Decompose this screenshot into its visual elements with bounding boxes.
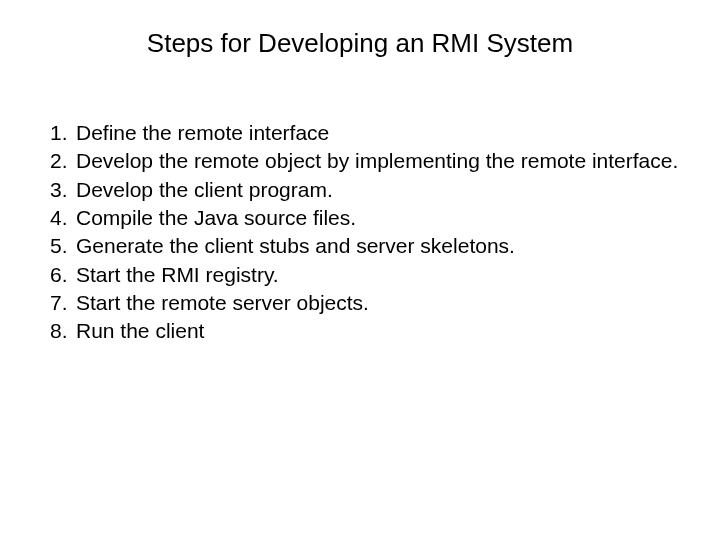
- step-number: 7.: [50, 289, 76, 317]
- step-number: 8.: [50, 317, 76, 345]
- list-item: 4. Compile the Java source files.: [50, 204, 680, 232]
- step-number: 6.: [50, 261, 76, 289]
- step-text: Define the remote interface: [76, 119, 680, 147]
- step-text: Develop the client program.: [76, 176, 680, 204]
- steps-list: 1. Define the remote interface 2. Develo…: [40, 119, 680, 346]
- list-item: 1. Define the remote interface: [50, 119, 680, 147]
- step-number: 5.: [50, 232, 76, 260]
- list-item: 5. Generate the client stubs and server …: [50, 232, 680, 260]
- list-item: 8. Run the client: [50, 317, 680, 345]
- list-item: 3. Develop the client program.: [50, 176, 680, 204]
- step-text: Start the remote server objects.: [76, 289, 680, 317]
- step-text: Run the client: [76, 317, 680, 345]
- step-number: 1.: [50, 119, 76, 147]
- step-text: Start the RMI registry.: [76, 261, 680, 289]
- step-text: Compile the Java source files.: [76, 204, 680, 232]
- list-item: 7. Start the remote server objects.: [50, 289, 680, 317]
- list-item: 6. Start the RMI registry.: [50, 261, 680, 289]
- step-text: Develop the remote object by implementin…: [76, 147, 680, 175]
- list-item: 2. Develop the remote object by implemen…: [50, 147, 680, 175]
- page-title: Steps for Developing an RMI System: [80, 28, 640, 59]
- step-number: 3.: [50, 176, 76, 204]
- step-number: 2.: [50, 147, 76, 175]
- step-text: Generate the client stubs and server ske…: [76, 232, 680, 260]
- step-number: 4.: [50, 204, 76, 232]
